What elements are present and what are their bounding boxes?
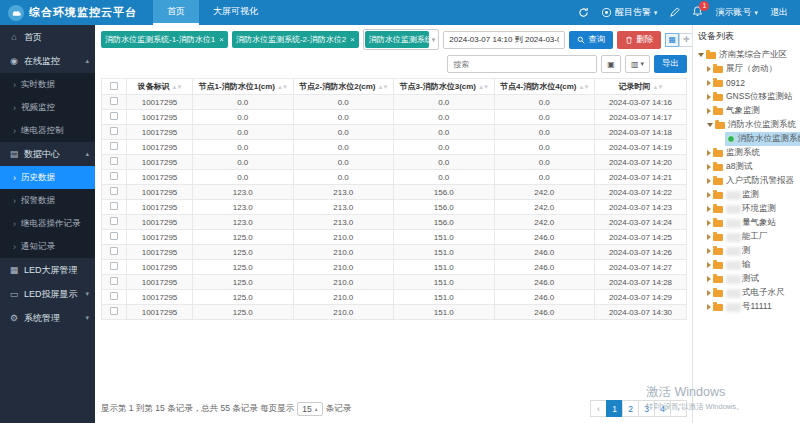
notification-bell[interactable]: 1 (692, 6, 703, 19)
expand-arrow-icon[interactable] (707, 94, 711, 100)
page-button[interactable]: 2 (622, 400, 639, 417)
expand-arrow-icon[interactable] (707, 234, 711, 240)
tree-node[interactable]: GNSS位移监测站 (698, 90, 798, 104)
row-checkbox[interactable] (110, 247, 118, 255)
column-header[interactable]: 节点4-消防水位4(cm)▲▼ (494, 79, 595, 95)
row-checkbox[interactable] (110, 217, 118, 225)
sidebar-subitem[interactable]: ›通知记录 (0, 235, 95, 258)
edit-pen-icon[interactable] (669, 7, 680, 18)
page-button[interactable]: 3 (638, 400, 655, 417)
date-range-input[interactable] (443, 31, 565, 49)
row-checkbox[interactable] (110, 97, 118, 105)
column-header[interactable]: 节点2-消防水位2(cm)▲▼ (293, 79, 394, 95)
sensor-select-dropdown[interactable]: 消防水位监测系统-3-消 ▾ (363, 29, 440, 50)
tree-node[interactable]: 号11111 (698, 300, 798, 314)
row-checkbox[interactable] (110, 112, 118, 120)
expand-arrow-icon[interactable] (707, 66, 711, 72)
expand-arrow-icon[interactable] (707, 206, 711, 212)
tree-node[interactable]: 测试 (698, 272, 798, 286)
prev-page-button[interactable]: ‹ (590, 400, 607, 417)
row-checkbox[interactable] (110, 187, 118, 195)
tree-node[interactable]: 0912 (698, 76, 798, 90)
row-checkbox[interactable] (110, 292, 118, 300)
row-checkbox[interactable] (110, 127, 118, 135)
row-checkbox[interactable] (110, 202, 118, 210)
column-header[interactable]: 节点1-消防水位1(cm)▲▼ (193, 79, 294, 95)
sidebar-subitem[interactable]: ›实时数据 (0, 73, 95, 96)
tree-node[interactable]: 式电子水尺 (698, 286, 798, 300)
row-checkbox[interactable] (110, 307, 118, 315)
expand-arrow-icon[interactable] (707, 248, 711, 254)
collapse-arrow-icon[interactable] (698, 53, 704, 57)
tree-node[interactable]: 济南某综合产业区 (698, 48, 798, 62)
sidebar-item[interactable]: ▭LED投屏显示▾ (0, 282, 95, 306)
expand-arrow-icon[interactable] (707, 192, 711, 198)
page-size-select[interactable]: 15 ▴ (297, 402, 322, 416)
sidebar-item[interactable]: ⌂首页 (0, 25, 95, 49)
nav-item[interactable]: 首页 (153, 0, 199, 25)
select-all-checkbox[interactable] (110, 82, 118, 90)
tree-node[interactable]: 输 (698, 258, 798, 272)
row-checkbox[interactable] (110, 277, 118, 285)
column-header[interactable]: 设备标识▲▼ (127, 79, 193, 95)
logout-button[interactable]: 退出 (770, 6, 788, 19)
remove-tag-icon[interactable]: × (219, 35, 224, 44)
refresh-icon[interactable] (578, 7, 589, 18)
row-checkbox[interactable] (110, 232, 118, 240)
expand-arrow-icon[interactable] (707, 290, 711, 296)
column-header[interactable]: 记录时间▲▼ (595, 79, 687, 95)
toggle-view-button[interactable]: ▣ (601, 55, 621, 73)
tree-node[interactable]: 能工厂 (698, 230, 798, 244)
sidebar-item[interactable]: ▤数据中心▴ (0, 142, 95, 166)
row-checkbox[interactable] (110, 142, 118, 150)
sort-icon[interactable]: ▲▼ (277, 84, 287, 90)
query-button[interactable]: 查询 (569, 31, 613, 49)
tree-node[interactable]: 监测系统 (698, 146, 798, 160)
sort-icon[interactable]: ▲▼ (172, 84, 182, 90)
page-button[interactable]: 4 (654, 400, 671, 417)
tree-node[interactable]: 量气象站 (698, 216, 798, 230)
expand-arrow-icon[interactable] (707, 108, 711, 114)
next-page-button[interactable]: › (670, 400, 687, 417)
column-header[interactable]: 节点3-消防水位3(cm)▲▼ (394, 79, 495, 95)
row-checkbox[interactable] (110, 157, 118, 165)
tree-node[interactable]: 入户式防汛警报器 (698, 174, 798, 188)
nav-item[interactable]: 大屏可视化 (199, 0, 272, 25)
sidebar-subitem[interactable]: ›继电器操作记录 (0, 212, 95, 235)
columns-button[interactable]: ▥ ▾ (625, 55, 650, 73)
sidebar-subitem[interactable]: ›历史数据 (0, 166, 95, 189)
alarm-toggle[interactable]: 醒目告警 ▾ (601, 6, 658, 19)
tree-node[interactable]: 测 (698, 244, 798, 258)
sidebar-subitem[interactable]: ›报警数据 (0, 189, 95, 212)
page-button[interactable]: 1 (606, 400, 623, 417)
tree-node[interactable]: a8测试 (698, 160, 798, 174)
tree-node[interactable]: 消防水位监测系统 (698, 118, 798, 132)
expand-arrow-icon[interactable] (707, 178, 711, 184)
collapse-arrow-icon[interactable] (707, 123, 713, 127)
tree-node[interactable]: 气象监测 (698, 104, 798, 118)
tree-node[interactable]: 消防水位监测系统 (698, 132, 798, 146)
expand-arrow-icon[interactable] (707, 220, 711, 226)
expand-arrow-icon[interactable] (707, 276, 711, 282)
account-menu[interactable]: 演示账号 ▾ (715, 6, 758, 19)
search-input[interactable] (447, 55, 597, 73)
sidebar-subitem[interactable]: ›继电器控制 (0, 119, 95, 142)
sort-icon[interactable]: ▲▼ (378, 84, 388, 90)
delete-button[interactable]: 删除 (617, 31, 661, 49)
sort-icon[interactable]: ▲▼ (579, 84, 589, 90)
expand-arrow-icon[interactable] (707, 304, 711, 310)
export-button[interactable]: 导出 (654, 55, 687, 73)
sidebar-item[interactable]: ◉在线监控▴ (0, 49, 95, 73)
sidebar-item[interactable]: ⚙系统管理▾ (0, 306, 95, 330)
tree-node[interactable]: 环境监测 (698, 202, 798, 216)
remove-tag-icon[interactable]: × (350, 35, 355, 44)
tree-node[interactable]: 展厅（勿动） (698, 62, 798, 76)
row-checkbox[interactable] (110, 172, 118, 180)
expand-arrow-icon[interactable] (707, 80, 711, 86)
expand-arrow-icon[interactable] (707, 150, 711, 156)
sort-icon[interactable]: ▲▼ (653, 84, 663, 90)
expand-arrow-icon[interactable] (707, 164, 711, 170)
sort-icon[interactable]: ▲▼ (478, 84, 488, 90)
grid-view-icon[interactable]: ▦ (665, 33, 679, 47)
expand-arrow-icon[interactable] (707, 262, 711, 268)
